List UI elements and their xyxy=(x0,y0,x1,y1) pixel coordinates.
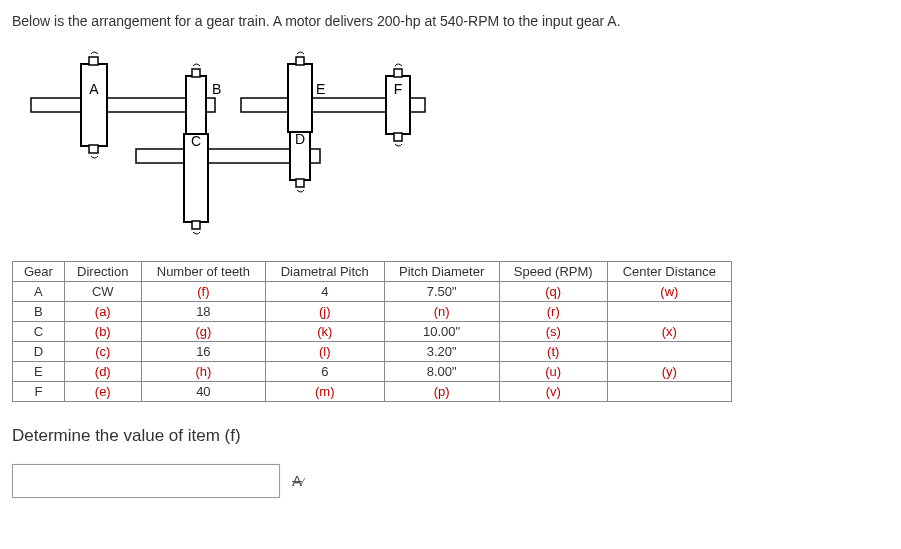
col-direction: Direction xyxy=(64,261,141,281)
svg-rect-6 xyxy=(192,69,200,77)
col-cd: Center Distance xyxy=(607,261,731,281)
svg-rect-16 xyxy=(288,64,312,132)
svg-text:F: F xyxy=(394,81,403,97)
equation-editor-icon[interactable]: A∕ xyxy=(292,472,304,489)
problem-statement: Below is the arrangement for a gear trai… xyxy=(12,12,889,32)
svg-rect-20 xyxy=(394,69,402,77)
svg-text:B: B xyxy=(212,81,221,97)
table-row: F (e) 40 (m) (p) (v) xyxy=(13,381,732,401)
svg-rect-17 xyxy=(296,57,304,65)
col-dp: Diametral Pitch xyxy=(265,261,384,281)
svg-rect-1 xyxy=(81,64,107,146)
table-row: C (b) (g) (k) 10.00" (s) (x) xyxy=(13,321,732,341)
svg-text:D: D xyxy=(295,131,305,147)
svg-rect-10 xyxy=(192,221,200,229)
col-pd: Pitch Diameter xyxy=(384,261,499,281)
col-gear: Gear xyxy=(13,261,65,281)
svg-text:C: C xyxy=(191,133,201,149)
answer-input[interactable] xyxy=(12,464,280,498)
svg-rect-5 xyxy=(186,76,206,134)
gear-train-diagram: A B C D E F xyxy=(26,46,476,236)
svg-text:A: A xyxy=(89,81,99,97)
col-speed: Speed (RPM) xyxy=(499,261,607,281)
svg-rect-2 xyxy=(89,57,98,65)
question-prompt: Determine the value of item (f) xyxy=(12,426,889,446)
table-row: E (d) (h) 6 8.00" (u) (y) xyxy=(13,361,732,381)
svg-rect-13 xyxy=(296,179,304,187)
table-row: D (c) 16 (l) 3.20" (t) xyxy=(13,341,732,361)
svg-rect-3 xyxy=(89,145,98,153)
col-teeth: Number of teeth xyxy=(141,261,265,281)
table-row: B (a) 18 (j) (n) (r) xyxy=(13,301,732,321)
svg-rect-21 xyxy=(394,133,402,141)
svg-text:E: E xyxy=(316,81,325,97)
gear-data-table: Gear Direction Number of teeth Diametral… xyxy=(12,261,732,402)
table-row: A CW (f) 4 7.50" (q) (w) xyxy=(13,281,732,301)
